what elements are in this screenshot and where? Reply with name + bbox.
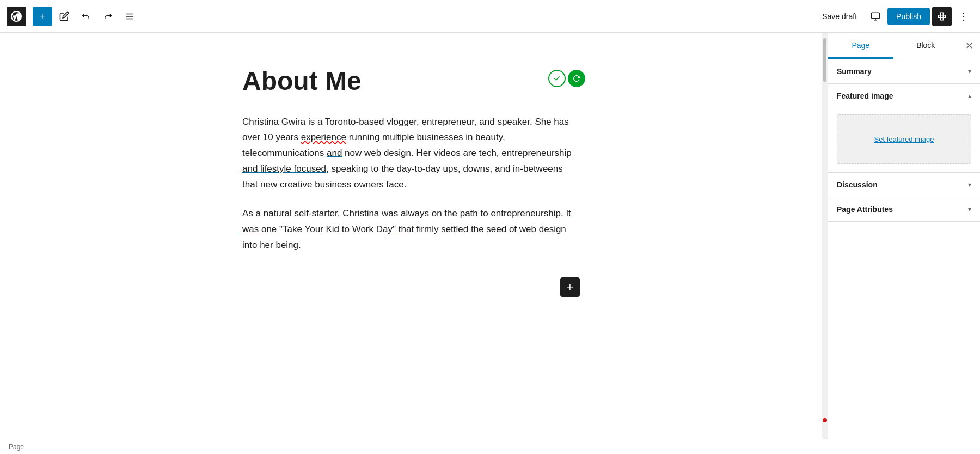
discussion-chevron-icon: ▾ [968, 181, 971, 189]
featured-image-chevron-icon: ▴ [968, 92, 971, 100]
redo-button[interactable] [98, 7, 118, 26]
settings-toggle-button[interactable] [932, 7, 952, 26]
status-bar: Page [0, 439, 980, 454]
paragraph-1[interactable]: Christina Gwira is a Toronto-based vlogg… [242, 114, 580, 193]
page-attributes-chevron-icon: ▾ [968, 205, 971, 213]
refresh-check-icon[interactable] [568, 70, 585, 87]
set-featured-image-button[interactable]: Set featured image [837, 114, 971, 164]
editor-area[interactable]: About Me Christina Gwira is a Toronto-ba… [0, 33, 822, 439]
text-that-underline: that [399, 224, 414, 234]
more-options-button[interactable]: ⋮ [954, 7, 973, 26]
document-overview-button[interactable] [120, 7, 139, 26]
featured-image-content: Set featured image [828, 108, 980, 172]
page-title[interactable]: About Me [242, 65, 580, 97]
featured-image-panel: Featured image ▴ Set featured image [828, 84, 980, 173]
summary-panel: Summary ▾ [828, 59, 980, 84]
right-sidebar: Page Block ✕ Summary ▾ Featured image ▴ … [828, 33, 980, 439]
save-draft-button[interactable]: Save draft [816, 8, 863, 25]
add-block-toolbar-button[interactable]: + [33, 7, 52, 26]
summary-panel-title: Summary [837, 67, 872, 76]
featured-image-panel-title: Featured image [837, 92, 893, 100]
set-featured-image-label: Set featured image [874, 135, 934, 143]
svg-rect-7 [941, 17, 944, 20]
summary-chevron-icon: ▾ [968, 68, 971, 75]
add-block-inline-button[interactable]: + [560, 277, 580, 297]
text-and-underline: and [327, 148, 342, 158]
preview-button[interactable] [866, 7, 885, 26]
svg-rect-3 [872, 13, 880, 19]
scroll-thumb [823, 38, 826, 82]
undo-button[interactable] [76, 7, 96, 26]
editor-content: About Me Christina Gwira is a Toronto-ba… [220, 65, 602, 297]
discussion-panel-header[interactable]: Discussion ▾ [828, 173, 980, 197]
text-10-underline: 10 [263, 132, 273, 142]
edit-tool-button[interactable] [54, 7, 74, 26]
page-attributes-panel-title: Page Attributes [837, 205, 893, 214]
sidebar-tabs: Page Block ✕ [828, 33, 980, 59]
featured-image-panel-header[interactable]: Featured image ▴ [828, 84, 980, 108]
discussion-panel: Discussion ▾ [828, 173, 980, 197]
scroll-position-indicator [823, 418, 827, 422]
page-attributes-panel-header[interactable]: Page Attributes ▾ [828, 197, 980, 221]
text-and-lifestyle-underline: and lifestyle focused [242, 164, 326, 174]
main-toolbar: + Save draft Publish ⋮ [0, 0, 980, 33]
summary-panel-header[interactable]: Summary ▾ [828, 59, 980, 83]
grammar-check-icon[interactable] [548, 70, 566, 87]
main-area: About Me Christina Gwira is a Toronto-ba… [0, 33, 980, 439]
status-label: Page [9, 443, 24, 451]
sidebar-close-button[interactable]: ✕ [958, 33, 980, 59]
text-experience-underline: experience [301, 132, 346, 142]
scroll-track[interactable] [822, 33, 828, 439]
tab-block[interactable]: Block [893, 33, 959, 59]
paragraph-2[interactable]: As a natural self-starter, Christina was… [242, 206, 580, 253]
page-attributes-panel: Page Attributes ▾ [828, 197, 980, 222]
tab-page[interactable]: Page [828, 33, 893, 59]
title-actions [548, 70, 585, 87]
publish-button[interactable]: Publish [887, 8, 930, 25]
wp-logo-icon[interactable] [7, 7, 26, 26]
discussion-panel-title: Discussion [837, 180, 878, 189]
